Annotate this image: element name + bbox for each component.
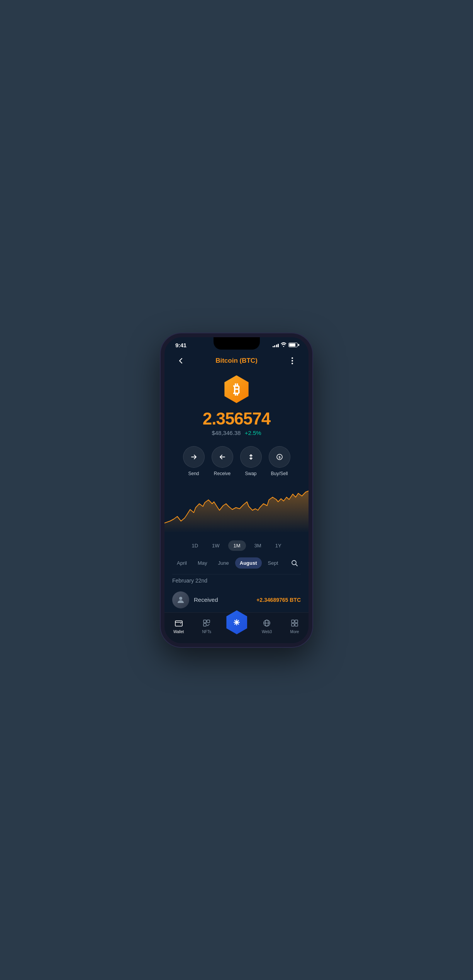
send-button[interactable]: Send [183,446,205,476]
tx-amount: +2.34689765 BTC [256,597,301,603]
bottom-nav: Wallet NFTs [164,612,309,643]
tx-avatar [172,591,189,608]
balance-amount: 2.356574 [203,409,271,428]
time-1w[interactable]: 1W [207,540,225,551]
web3-icon [262,618,272,628]
page-title: Bitcoin (BTC) [215,357,258,365]
status-bar: 9:41 [164,337,309,351]
buysell-button[interactable]: $ Buy/Sell [269,446,290,476]
phone-shell: 9:41 Bitcoin ( [161,333,312,647]
btc-symbol: ₿ [233,383,240,396]
transactions-list: February 22nd Received +2.34689765 BTC [164,574,309,612]
btc-logo: ₿ [223,375,251,403]
tx-type: Received [194,596,252,603]
transaction-item[interactable]: Received +2.34689765 BTC [172,588,301,612]
action-buttons: Send Receive Swap $ [164,442,309,482]
header: Bitcoin (BTC) [164,351,309,372]
status-icons [273,342,298,348]
month-may[interactable]: May [193,557,212,569]
time-1y[interactable]: 1Y [270,540,287,551]
month-june[interactable]: June [214,557,234,569]
search-button[interactable] [288,557,301,569]
swap-button[interactable]: Swap [240,446,262,476]
svg-rect-12 [292,623,294,626]
status-time: 9:41 [175,342,186,348]
svg-point-2 [292,560,296,565]
nav-wallet[interactable]: Wallet [169,617,188,635]
price-chart [164,482,309,537]
coin-section: ₿ 2.356574 $48,346.38 +2.5% [164,372,309,442]
signal-icon [273,343,279,347]
svg-rect-5 [203,620,206,623]
receive-button[interactable]: Receive [212,446,233,476]
nav-wallet-label: Wallet [173,630,184,634]
options-button[interactable] [285,354,299,368]
month-filters: April May June August Sept [164,555,309,574]
svg-rect-11 [295,620,298,623]
time-3m[interactable]: 3M [249,540,267,551]
wallet-icon [174,618,184,628]
time-1m[interactable]: 1M [228,540,246,551]
more-icon [290,618,300,628]
nav-nfts[interactable]: NFTs [197,617,216,635]
nav-web3-label: Web3 [262,630,272,634]
svg-rect-4 [175,621,182,626]
transaction-date: February 22nd [172,574,301,588]
back-button[interactable] [174,354,188,368]
svg-point-3 [179,597,182,600]
svg-rect-13 [295,623,298,626]
svg-rect-10 [292,620,294,623]
month-april[interactable]: April [172,557,192,569]
nav-more-label: More [290,630,299,634]
svg-rect-6 [207,620,210,623]
svg-text:$: $ [278,455,280,459]
chart-svg [164,482,309,533]
svg-rect-7 [203,623,206,626]
time-filters: 1D 1W 1M 3M 1Y [164,537,309,555]
price-change: +2.5% [245,430,261,436]
month-august[interactable]: August [235,557,262,569]
battery-icon [288,343,298,347]
nav-more[interactable]: More [285,617,304,635]
nfts-icon [202,618,212,628]
balance-usd: $48,346.38 +2.5% [212,430,261,436]
nav-web3[interactable]: Web3 [257,617,276,635]
month-sept[interactable]: Sept [263,557,283,569]
nav-nfts-label: NFTs [202,630,211,634]
nav-center-button[interactable] [225,610,249,634]
time-1d[interactable]: 1D [186,540,203,551]
wifi-icon [281,342,287,348]
